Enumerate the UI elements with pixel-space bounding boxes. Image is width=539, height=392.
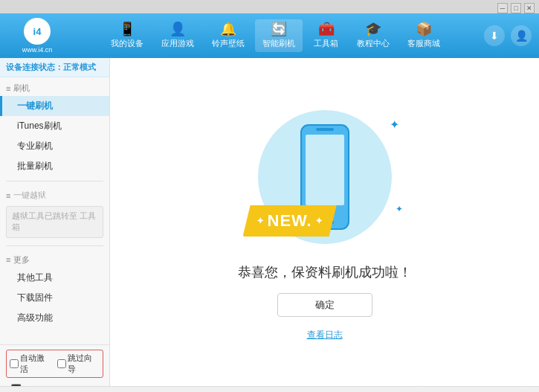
nav-item-ringtone[interactable]: 🔔 铃声壁纸 <box>204 19 252 52</box>
nav-item-shop[interactable]: 📦 客服商城 <box>400 19 448 52</box>
sidebar-section-more: ≡ 更多 其他工具 下载固件 高级功能 <box>0 249 109 330</box>
flash-section-label: 刷机 <box>13 83 30 94</box>
sidebar-item-pro-flash[interactable]: 专业刷机 <box>0 136 109 156</box>
log-link[interactable]: 查看日志 <box>307 329 343 341</box>
header-right: ⬇ 👤 <box>484 25 532 46</box>
jailbreak-section-icon: ≡ <box>6 191 10 200</box>
logo-text: i4 <box>33 26 42 37</box>
success-title: 恭喜您，保资料刷机成功啦！ <box>238 263 412 281</box>
flash-section-icon: ≡ <box>6 84 10 93</box>
more-section-icon: ≡ <box>6 255 10 264</box>
more-section-label: 更多 <box>13 254 30 266</box>
sidebar-item-advanced[interactable]: 高级功能 <box>0 308 109 328</box>
minimize-button[interactable]: ─ <box>497 3 508 13</box>
nav-items: 📱 我的设备 👤 应用游戏 🔔 铃声壁纸 🔄 智能刷机 🧰 工具箱 🎓 教程中心… <box>67 19 484 52</box>
nav-item-tools[interactable]: 🧰 工具箱 <box>306 19 346 52</box>
skip-wizard-checkbox[interactable] <box>57 359 66 368</box>
jailbreak-disabled-box: 越狱工具已跳转至 工具箱 <box>6 206 103 238</box>
confirm-button[interactable]: 确定 <box>277 293 372 317</box>
sparkle-bottom-right-icon: ✦ <box>396 204 403 214</box>
logo-area: i4 www.i4.cn <box>7 18 67 54</box>
close-button[interactable]: ✕ <box>524 3 535 13</box>
auto-options-box: 自动激活 跳过向导 <box>6 350 103 378</box>
sidebar-item-batch-flash[interactable]: 批量刷机 <box>0 156 109 176</box>
sparkle-top-left-icon: ✦ <box>390 118 399 132</box>
nav-label-flash: 智能刷机 <box>262 38 295 49</box>
shop-icon: 📦 <box>416 22 432 36</box>
maximize-button[interactable]: □ <box>511 3 521 13</box>
flash-section-header: ≡ 刷机 <box>0 79 109 96</box>
window-controls: ─ □ ✕ <box>497 3 535 13</box>
divider-1 <box>6 181 103 181</box>
flash-icon: 🔄 <box>271 22 287 36</box>
logo-icon: i4 <box>24 18 51 45</box>
sidebar-item-itunes-flash[interactable]: iTunes刷机 <box>0 116 109 136</box>
content-area: ✦ ✦ NEW. 恭喜您，保资料刷机成功啦！ 确定 <box>110 58 539 386</box>
user-button[interactable]: 👤 <box>511 25 532 46</box>
jailbreak-section-label: 一键越狱 <box>13 190 46 201</box>
device-details: iPhone 15 Pro Max 512GB iPhone <box>30 385 103 386</box>
device-info: 📱 iPhone 15 Pro Max 512GB iPhone <box>6 382 103 386</box>
auto-activate-label: 自动激活 <box>20 353 53 375</box>
nav-label-apps: 应用游戏 <box>161 38 194 49</box>
new-badge-text: NEW. <box>268 211 312 231</box>
nav-label-ringtone: 铃声壁纸 <box>212 38 245 49</box>
tools-icon: 🧰 <box>318 22 335 36</box>
jailbreak-section-header: ≡ 一键越狱 <box>0 186 109 203</box>
sidebar-item-other-tools[interactable]: 其他工具 <box>0 268 109 288</box>
auto-activate-option[interactable]: 自动激活 <box>10 353 53 375</box>
nav-label-tutorial: 教程中心 <box>357 38 390 49</box>
nav-label-shop: 客服商城 <box>407 38 440 49</box>
nav-label-my-device: 我的设备 <box>111 38 143 49</box>
sidebar-section-flash: ≡ 刷机 一键刷机 iTunes刷机 专业刷机 批量刷机 <box>0 77 109 178</box>
logo-url: www.i4.cn <box>22 46 53 54</box>
skip-wizard-label: 跳过向导 <box>68 353 100 375</box>
status-label: 设备连接状态： <box>6 62 63 71</box>
divider-2 <box>6 245 103 246</box>
success-area: ✦ ✦ NEW. 恭喜您，保资料刷机成功啦！ 确定 <box>238 103 412 341</box>
new-badge: NEW. <box>243 205 337 237</box>
my-device-icon: 📱 <box>119 22 135 36</box>
nav-label-tools: 工具箱 <box>314 38 338 49</box>
nav-item-flash[interactable]: 🔄 智能刷机 <box>255 19 303 52</box>
sidebar: 设备连接状态：正常模式 ≡ 刷机 一键刷机 iTunes刷机 专业刷机 批量刷机 <box>0 58 110 386</box>
more-section-header: ≡ 更多 <box>0 251 109 268</box>
nav-item-tutorial[interactable]: 🎓 教程中心 <box>349 19 397 52</box>
sidebar-item-onekey-flash[interactable]: 一键刷机 <box>0 96 109 116</box>
status-value: 正常模式 <box>63 62 96 71</box>
auto-activate-checkbox[interactable] <box>10 359 19 368</box>
device-name: iPhone 15 Pro Max <box>30 385 103 386</box>
ringtone-icon: 🔔 <box>220 22 236 36</box>
top-bar: ─ □ ✕ <box>0 0 539 13</box>
header: i4 www.i4.cn 📱 我的设备 👤 应用游戏 🔔 铃声壁纸 🔄 智能刷机… <box>0 13 539 58</box>
nav-item-my-device[interactable]: 📱 我的设备 <box>103 19 151 52</box>
nav-item-apps[interactable]: 👤 应用游戏 <box>154 19 201 52</box>
device-phone-icon: 📱 <box>6 385 26 386</box>
main-layout: 设备连接状态：正常模式 ≡ 刷机 一键刷机 iTunes刷机 专业刷机 批量刷机 <box>0 58 539 386</box>
svg-rect-2 <box>316 128 334 131</box>
phone-illustration: ✦ ✦ NEW. <box>243 103 407 251</box>
svg-rect-1 <box>306 135 344 205</box>
footer: 阻止iTunes运行 V7.98.66 客服 微信公众号 检查更新 <box>0 386 539 392</box>
jailbreak-disabled-text: 越狱工具已跳转至 工具箱 <box>12 211 96 231</box>
device-section: 自动激活 跳过向导 📱 iPhone 15 Pro Max 512GB iPho… <box>0 344 109 386</box>
sidebar-item-download-firmware[interactable]: 下载固件 <box>0 288 109 308</box>
apps-icon: 👤 <box>170 22 186 36</box>
tutorial-icon: 🎓 <box>365 22 381 36</box>
status-bar: 设备连接状态：正常模式 <box>0 58 109 77</box>
sidebar-section-jailbreak: ≡ 一键越狱 越狱工具已跳转至 工具箱 <box>0 184 109 242</box>
skip-wizard-option[interactable]: 跳过向导 <box>57 353 100 375</box>
download-button[interactable]: ⬇ <box>484 25 505 46</box>
